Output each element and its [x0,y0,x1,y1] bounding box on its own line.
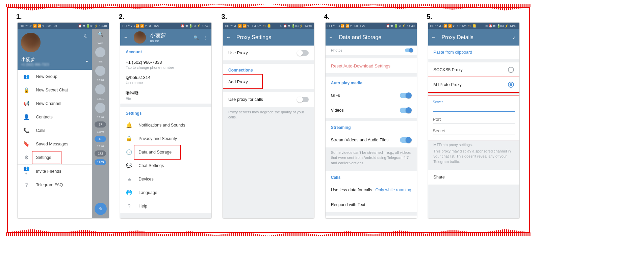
row-username[interactable]: @bolus1314 Username [120,72,211,87]
moon-icon[interactable]: ☾ [84,33,88,52]
row-phone[interactable]: +1 (502) 966-7333 Tap to change phone nu… [120,57,211,72]
row-videos[interactable]: Videos [326,103,417,118]
menu-calls[interactable]: 📞Calls [18,124,92,137]
back-icon[interactable]: ← [124,35,130,40]
row-respond[interactable]: Respond with Text [326,197,417,212]
page-title: Proxy Details [442,34,473,40]
row-less-data[interactable]: Use less data for calls Only while roami… [326,183,417,197]
menu-new-channel[interactable]: 📢New Channel [18,97,92,110]
row-use-calls[interactable]: Use proxy for calls [223,92,314,107]
row-paste[interactable]: Paste from clipboard [428,46,519,59]
row-use-proxy[interactable]: Use Proxy [223,46,314,60]
toggle-stream[interactable] [400,137,411,143]
row-bio[interactable]: 咻咻咻 Bio [120,87,211,104]
status-signal: HD ⁴⁶ ₃G 📶 📶 ᯤ [122,24,148,28]
menu-settings[interactable]: ⚙ Settings [18,151,92,164]
group-icon: 👥 [23,74,30,80]
status-bar: HD ⁴⁶ ₃G 📶 📶 ᯤ603 B/s ⏰ ✱ 🔋83 ⚡14:40 [326,23,417,29]
more-icon[interactable]: ⋮ [204,35,208,40]
data-scroll[interactable]: Photos Reset Auto-Download Settings Auto… [326,46,417,218]
section-connections: Connections [223,64,314,75]
page-title: Proxy Settings [236,34,271,40]
chat-avatar[interactable] [95,66,105,76]
chat-avatar[interactable] [95,47,105,57]
row-label: Respond with Text [331,202,365,207]
stream-hint: Some videos can't be streamed – e.g., al… [326,147,417,171]
status-speed: 603 B/s [354,24,365,28]
row-gifs[interactable]: GIFs [326,88,417,103]
mtproto-hint: MTProto proxy settings. This proxy may d… [428,140,519,170]
back-icon[interactable]: ← [432,35,438,40]
back-icon[interactable]: ← [226,35,232,40]
profile-status: online [150,39,166,43]
menu-invite[interactable]: 👥⁺Invite Friends [18,165,92,178]
row-privacy[interactable]: 🔒Privacy and Security [120,132,211,145]
avatar[interactable] [21,33,41,52]
toggle-gifs[interactable] [400,93,411,98]
phone-1: HD ⁴⁶ ₃G 📶 📶 ᯤ 331 B/s ⏰ ✱ 🔋83 ⚡ 13:40 ☾ [18,23,109,218]
menu-new-group[interactable]: 👥New Group [18,70,92,83]
lock-icon: 🔒 [23,87,30,93]
back-icon[interactable]: ← [329,35,335,40]
row-devices[interactable]: 🖥Devices [120,172,211,186]
row-label: Notifications and Sounds [138,123,185,128]
row-label: GIFs [331,93,340,98]
row-add-proxy[interactable]: Add Proxy [223,75,314,89]
chevron-down-icon[interactable]: ▼ [85,60,88,63]
chat-avatar[interactable] [95,84,105,94]
status-icons: ⏰ ✱ 🔋83 ⚡ [386,24,406,28]
row-label: SOCKS5 Proxy [434,67,463,72]
search-icon[interactable]: 🔍 [194,35,199,40]
menu-label: Settings [36,155,51,160]
section-account: Account [120,46,211,57]
compose-fab[interactable]: ✎ [95,203,107,215]
bookmark-icon: 🔖 [23,141,30,147]
row-data-storage[interactable]: 🕒 Data and Storage [120,145,211,159]
row-chat-settings[interactable]: 💬Chat Settings [120,159,211,172]
secret-input[interactable] [433,127,515,135]
toggle-use-calls[interactable] [297,97,309,102]
row-stream[interactable]: Stream Videos and Audio Files [326,133,417,147]
row-language[interactable]: 🌐Language [120,186,211,199]
field-secret[interactable] [428,125,519,136]
field-port[interactable] [428,113,519,125]
menu-faq[interactable]: ？Telegram FAQ [18,178,92,192]
section-calls: Calls [326,171,417,183]
row-reset[interactable]: Reset Auto-Download Settings [326,58,417,73]
proxy-scroll[interactable]: Use Proxy Connections Add Proxy Use prox… [223,46,314,218]
details-scroll[interactable]: Paste from clipboard SOCKS5 Proxy MTProt… [428,46,519,218]
step-4: 4. HD ⁴⁶ ₃G 📶 📶 ᯤ603 B/s ⏰ ✱ 🔋83 ⚡14:40 … [324,13,418,227]
menu-contacts[interactable]: 👤Contacts [18,110,92,124]
check-icon[interactable]: ✓ [512,35,516,40]
row-share[interactable]: Share [428,170,519,185]
settings-scroll[interactable]: Account +1 (502) 966-7333 Tap to change … [120,46,211,218]
port-input[interactable] [433,115,515,123]
drawer-username: 小菠萝 [21,57,80,63]
search-icon[interactable]: 🔍 [98,31,103,37]
row-socks5[interactable]: SOCKS5 Proxy [428,62,519,77]
field-server[interactable]: Server [428,97,519,113]
phone-sub: Tap to change phone number [126,65,206,69]
status-extra: 🎮 📒 [468,24,476,28]
row-label: MTProto Proxy [434,82,462,87]
menu-saved[interactable]: 🔖Saved Messages [18,137,92,151]
toggle-photos[interactable] [405,48,413,52]
profile-name: 小菠萝 [150,32,166,39]
toggle-videos[interactable] [400,108,411,113]
chat-avatar[interactable] [95,103,105,113]
row-photos[interactable]: Photos [326,46,417,55]
settings-appbar: ← 小菠萝 online 🔍 ⋮ [120,29,211,46]
row-notifications[interactable]: 🔔Notifications and Sounds [120,118,211,132]
status-signal: HD ⁴⁶ ₃G 📶 📶 ᯤ [430,24,456,28]
toggle-use-proxy[interactable] [297,50,309,56]
radio-socks5[interactable] [508,67,514,73]
avatar[interactable] [134,31,146,44]
radio-mtproto[interactable] [508,82,514,88]
row-label: Chat Settings [138,163,164,168]
status-icons: ℕ ⏰ ✱ 🔋83 ⚡ [485,24,508,28]
row-label: Share [434,175,445,179]
step-3: 3. HD ⁴⁶ ₃G 📶 📶 ᯤ1.4 K/s🎮 📒 ℕ ⏰ ✱ 🔋83 ⚡1… [222,13,316,227]
row-mtproto[interactable]: MTProto Proxy [428,77,519,92]
row-help[interactable]: ？Help [120,199,211,213]
menu-new-secret-chat[interactable]: 🔒New Secret Chat [18,83,92,97]
